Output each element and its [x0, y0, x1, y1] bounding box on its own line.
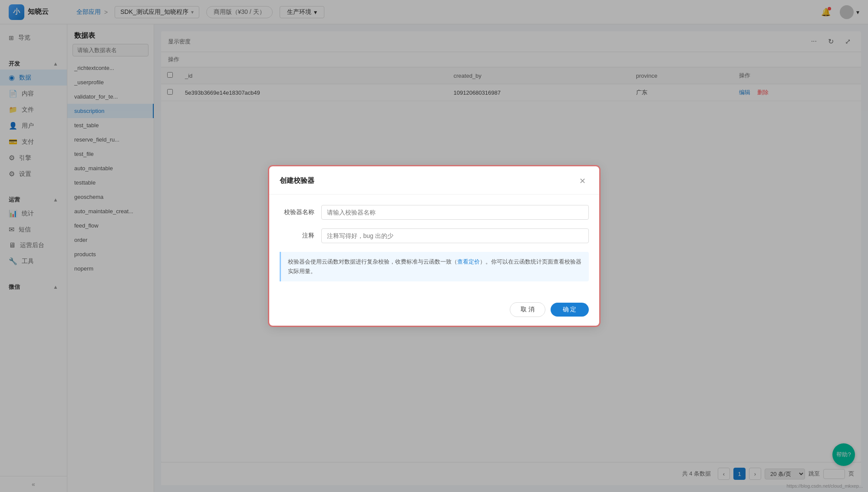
cancel-button[interactable]: 取 消 — [510, 302, 545, 317]
comment-label: 注释 — [280, 228, 314, 240]
modal-title: 创建校验器 — [280, 176, 314, 185]
modal-header: 创建校验器 ✕ — [269, 166, 599, 195]
info-box: 校验器会使用云函数对数据进行复杂校验，收费标准与云函数一致（查看定价）。你可以在… — [280, 252, 589, 281]
form-row-name: 校验器名称 — [280, 205, 589, 220]
name-label: 校验器名称 — [280, 205, 314, 216]
modal-body: 校验器名称 注释 校验器会使用云函数对数据进行复杂校验，收费标准与云函数一致（查… — [269, 195, 599, 295]
create-validator-modal: 创建校验器 ✕ 校验器名称 注释 校验器会使用云函数对数据进行复杂校验，收费标准… — [269, 166, 599, 326]
validator-comment-input[interactable] — [321, 228, 589, 243]
pricing-link[interactable]: 查看定价 — [457, 258, 480, 265]
modal-overlay: 创建校验器 ✕ 校验器名称 注释 校验器会使用云函数对数据进行复杂校验，收费标准… — [0, 0, 868, 492]
modal-footer: 取 消 确 定 — [269, 295, 599, 326]
form-row-comment: 注释 — [280, 228, 589, 243]
validator-name-input[interactable] — [321, 205, 589, 220]
info-text-1: 校验器会使用云函数对数据进行复杂校验，收费标准与云函数一致（ — [288, 258, 457, 265]
modal-close-button[interactable]: ✕ — [577, 175, 589, 187]
confirm-button[interactable]: 确 定 — [551, 303, 589, 317]
